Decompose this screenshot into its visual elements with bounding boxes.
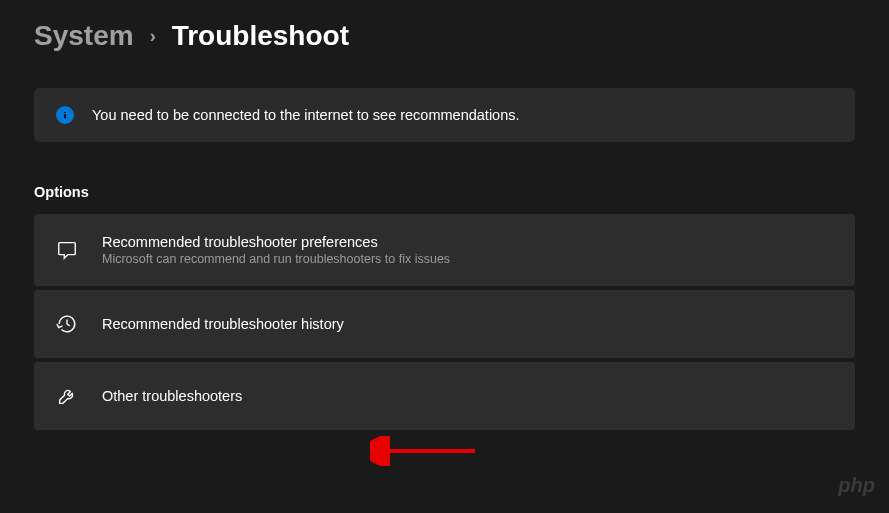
info-banner: You need to be connected to the internet… [34, 88, 855, 142]
info-icon [56, 106, 74, 124]
breadcrumb-parent[interactable]: System [34, 20, 134, 52]
svg-point-0 [64, 112, 66, 114]
message-icon [56, 239, 78, 261]
option-subtitle: Microsoft can recommend and run troubles… [102, 252, 450, 266]
breadcrumb: System › Troubleshoot [34, 20, 855, 52]
page-title: Troubleshoot [172, 20, 349, 52]
info-banner-text: You need to be connected to the internet… [92, 107, 520, 123]
option-recommended-history[interactable]: Recommended troubleshooter history [34, 290, 855, 358]
section-label-options: Options [34, 184, 855, 200]
arrow-annotation [370, 436, 480, 466]
option-title: Recommended troubleshooter preferences [102, 234, 450, 250]
watermark: php [838, 474, 875, 497]
option-other-troubleshooters[interactable]: Other troubleshooters [34, 362, 855, 430]
svg-rect-1 [64, 114, 66, 118]
option-title: Recommended troubleshooter history [102, 316, 344, 332]
chevron-right-icon: › [150, 26, 156, 47]
option-title: Other troubleshooters [102, 388, 242, 404]
wrench-icon [56, 385, 78, 407]
option-recommended-preferences[interactable]: Recommended troubleshooter preferences M… [34, 214, 855, 286]
history-icon [56, 313, 78, 335]
